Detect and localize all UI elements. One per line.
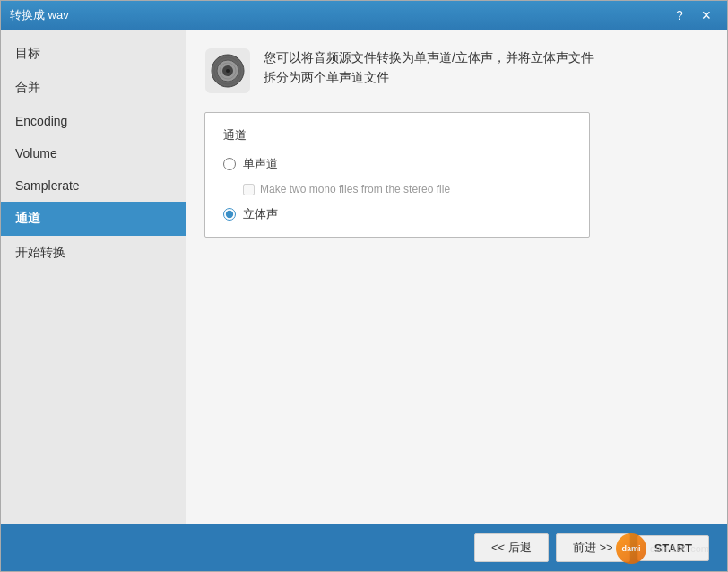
main-window: 转换成 wav ? ✕ 目标 合并 Encoding Volume Sample… [0, 0, 728, 572]
window-title: 转换成 wav [10, 7, 668, 23]
mono-option: 单声道 [223, 156, 571, 172]
speaker-icon [204, 48, 251, 94]
help-button[interactable]: ? [668, 5, 691, 25]
sidebar-item-start-convert[interactable]: 开始转换 [1, 236, 186, 270]
footer: << 后退 前进 >> START dami dami100.com [1, 524, 727, 571]
title-bar-buttons: ? ✕ [668, 5, 718, 25]
title-bar: 转换成 wav ? ✕ [1, 1, 727, 30]
two-mono-label: Make two mono files from the stereo file [260, 183, 450, 195]
watermark-text: dami100.com [650, 543, 709, 554]
stereo-label: 立体声 [243, 206, 278, 222]
sidebar-item-merge[interactable]: 合并 [1, 71, 186, 105]
audio-icon-svg [205, 48, 250, 93]
sidebar-item-target[interactable]: 目标 [1, 37, 186, 71]
svg-point-4 [226, 69, 230, 73]
sidebar: 目标 合并 Encoding Volume Samplerate 通道 开始转换 [1, 30, 186, 524]
content-area: 您可以将音频源文件转换为单声道/立体声，并将立体声文件 拆分为两个单声道文件 通… [186, 30, 727, 524]
watermark: dami dami100.com [616, 533, 709, 564]
sub-option-two-mono: Make two mono files from the stereo file [243, 183, 571, 195]
back-button[interactable]: << 后退 [474, 533, 549, 562]
mono-radio[interactable] [223, 158, 236, 170]
sidebar-item-encoding[interactable]: Encoding [1, 105, 186, 137]
sidebar-item-samplerate[interactable]: Samplerate [1, 169, 186, 202]
main-content: 目标 合并 Encoding Volume Samplerate 通道 开始转换 [1, 30, 727, 524]
stereo-option: 立体声 [223, 206, 571, 222]
content-description: 您可以将音频源文件转换为单声道/立体声，并将立体声文件 拆分为两个单声道文件 [264, 48, 594, 88]
stereo-radio[interactable] [223, 208, 236, 221]
sidebar-item-volume[interactable]: Volume [1, 137, 186, 169]
close-button[interactable]: ✕ [695, 5, 718, 25]
channel-box-title: 通道 [223, 127, 571, 143]
two-mono-checkbox[interactable] [243, 184, 255, 195]
radio-group: 单声道 Make two mono files from the stereo … [223, 156, 571, 222]
mono-label: 单声道 [243, 156, 278, 172]
channel-options-box: 通道 单声道 Make two mono files from the ster… [204, 112, 590, 238]
watermark-logo: dami [616, 533, 646, 564]
sidebar-item-channel[interactable]: 通道 [1, 202, 186, 236]
content-header: 您可以将音频源文件转换为单声道/立体声，并将立体声文件 拆分为两个单声道文件 [204, 48, 709, 94]
